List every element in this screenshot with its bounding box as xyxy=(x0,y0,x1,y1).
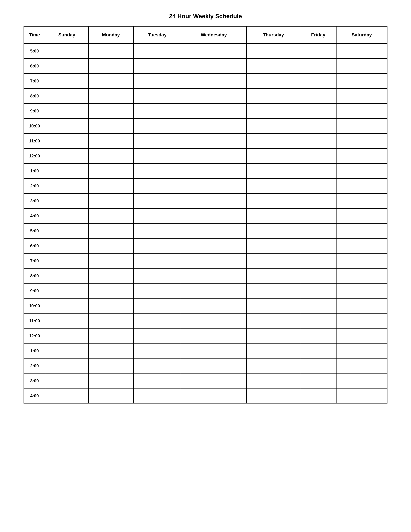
schedule-cell-7-0[interactable] xyxy=(45,148,88,163)
schedule-cell-19-5[interactable] xyxy=(300,328,336,343)
schedule-cell-3-0[interactable] xyxy=(45,88,88,104)
schedule-cell-0-6[interactable] xyxy=(336,43,387,58)
schedule-cell-12-6[interactable] xyxy=(336,223,387,238)
schedule-cell-11-6[interactable] xyxy=(336,208,387,223)
schedule-cell-13-5[interactable] xyxy=(300,238,336,253)
schedule-cell-18-5[interactable] xyxy=(300,313,336,328)
schedule-cell-2-0[interactable] xyxy=(45,74,88,88)
schedule-cell-10-0[interactable] xyxy=(45,193,88,208)
schedule-cell-12-2[interactable] xyxy=(134,223,181,238)
schedule-cell-21-3[interactable] xyxy=(181,358,247,373)
schedule-cell-17-1[interactable] xyxy=(88,298,134,313)
schedule-cell-15-3[interactable] xyxy=(181,268,247,283)
schedule-cell-13-0[interactable] xyxy=(45,238,88,253)
schedule-cell-14-0[interactable] xyxy=(45,253,88,268)
schedule-cell-12-0[interactable] xyxy=(45,223,88,238)
schedule-cell-21-4[interactable] xyxy=(247,358,300,373)
schedule-cell-7-5[interactable] xyxy=(300,148,336,163)
schedule-cell-16-3[interactable] xyxy=(181,283,247,298)
schedule-cell-17-0[interactable] xyxy=(45,298,88,313)
schedule-cell-22-3[interactable] xyxy=(181,373,247,388)
schedule-cell-20-3[interactable] xyxy=(181,343,247,358)
schedule-cell-9-0[interactable] xyxy=(45,178,88,193)
schedule-cell-14-3[interactable] xyxy=(181,253,247,268)
schedule-cell-9-2[interactable] xyxy=(134,178,181,193)
schedule-cell-16-1[interactable] xyxy=(88,283,134,298)
schedule-cell-21-0[interactable] xyxy=(45,358,88,373)
schedule-cell-10-1[interactable] xyxy=(88,193,134,208)
schedule-cell-19-0[interactable] xyxy=(45,328,88,343)
schedule-cell-11-2[interactable] xyxy=(134,208,181,223)
schedule-cell-7-4[interactable] xyxy=(247,148,300,163)
schedule-cell-1-5[interactable] xyxy=(300,58,336,74)
schedule-cell-23-5[interactable] xyxy=(300,388,336,403)
schedule-cell-13-2[interactable] xyxy=(134,238,181,253)
schedule-cell-3-4[interactable] xyxy=(247,88,300,104)
schedule-cell-15-4[interactable] xyxy=(247,268,300,283)
schedule-cell-13-4[interactable] xyxy=(247,238,300,253)
schedule-cell-14-6[interactable] xyxy=(336,253,387,268)
schedule-cell-23-2[interactable] xyxy=(134,388,181,403)
schedule-cell-11-5[interactable] xyxy=(300,208,336,223)
schedule-cell-18-1[interactable] xyxy=(88,313,134,328)
schedule-cell-8-4[interactable] xyxy=(247,163,300,178)
schedule-cell-9-1[interactable] xyxy=(88,178,134,193)
schedule-cell-8-0[interactable] xyxy=(45,163,88,178)
schedule-cell-7-1[interactable] xyxy=(88,148,134,163)
schedule-cell-21-5[interactable] xyxy=(300,358,336,373)
schedule-cell-15-0[interactable] xyxy=(45,268,88,283)
schedule-cell-12-4[interactable] xyxy=(247,223,300,238)
schedule-cell-10-5[interactable] xyxy=(300,193,336,208)
schedule-cell-14-4[interactable] xyxy=(247,253,300,268)
schedule-cell-23-4[interactable] xyxy=(247,388,300,403)
schedule-cell-17-4[interactable] xyxy=(247,298,300,313)
schedule-cell-15-1[interactable] xyxy=(88,268,134,283)
schedule-cell-14-2[interactable] xyxy=(134,253,181,268)
schedule-cell-9-5[interactable] xyxy=(300,178,336,193)
schedule-cell-10-4[interactable] xyxy=(247,193,300,208)
schedule-cell-0-5[interactable] xyxy=(300,43,336,58)
schedule-cell-4-2[interactable] xyxy=(134,104,181,118)
schedule-cell-7-6[interactable] xyxy=(336,148,387,163)
schedule-cell-0-1[interactable] xyxy=(88,43,134,58)
schedule-cell-18-2[interactable] xyxy=(134,313,181,328)
schedule-cell-4-6[interactable] xyxy=(336,104,387,118)
schedule-cell-19-6[interactable] xyxy=(336,328,387,343)
schedule-cell-22-5[interactable] xyxy=(300,373,336,388)
schedule-cell-0-3[interactable] xyxy=(181,43,247,58)
schedule-cell-20-6[interactable] xyxy=(336,343,387,358)
schedule-cell-1-0[interactable] xyxy=(45,58,88,74)
schedule-cell-13-6[interactable] xyxy=(336,238,387,253)
schedule-cell-10-2[interactable] xyxy=(134,193,181,208)
schedule-cell-4-5[interactable] xyxy=(300,104,336,118)
schedule-cell-1-2[interactable] xyxy=(134,58,181,74)
schedule-cell-6-5[interactable] xyxy=(300,133,336,148)
schedule-cell-22-1[interactable] xyxy=(88,373,134,388)
schedule-cell-1-4[interactable] xyxy=(247,58,300,74)
schedule-cell-6-3[interactable] xyxy=(181,133,247,148)
schedule-cell-9-6[interactable] xyxy=(336,178,387,193)
schedule-cell-15-2[interactable] xyxy=(134,268,181,283)
schedule-cell-19-3[interactable] xyxy=(181,328,247,343)
schedule-cell-3-6[interactable] xyxy=(336,88,387,104)
schedule-cell-2-2[interactable] xyxy=(134,74,181,88)
schedule-cell-17-5[interactable] xyxy=(300,298,336,313)
schedule-cell-20-2[interactable] xyxy=(134,343,181,358)
schedule-cell-22-4[interactable] xyxy=(247,373,300,388)
schedule-cell-21-6[interactable] xyxy=(336,358,387,373)
schedule-cell-6-2[interactable] xyxy=(134,133,181,148)
schedule-cell-5-2[interactable] xyxy=(134,118,181,133)
schedule-cell-4-3[interactable] xyxy=(181,104,247,118)
schedule-cell-2-3[interactable] xyxy=(181,74,247,88)
schedule-cell-5-1[interactable] xyxy=(88,118,134,133)
schedule-cell-16-0[interactable] xyxy=(45,283,88,298)
schedule-cell-8-5[interactable] xyxy=(300,163,336,178)
schedule-cell-21-1[interactable] xyxy=(88,358,134,373)
schedule-cell-7-3[interactable] xyxy=(181,148,247,163)
schedule-cell-16-4[interactable] xyxy=(247,283,300,298)
schedule-cell-11-4[interactable] xyxy=(247,208,300,223)
schedule-cell-5-3[interactable] xyxy=(181,118,247,133)
schedule-cell-2-5[interactable] xyxy=(300,74,336,88)
schedule-cell-18-3[interactable] xyxy=(181,313,247,328)
schedule-cell-16-5[interactable] xyxy=(300,283,336,298)
